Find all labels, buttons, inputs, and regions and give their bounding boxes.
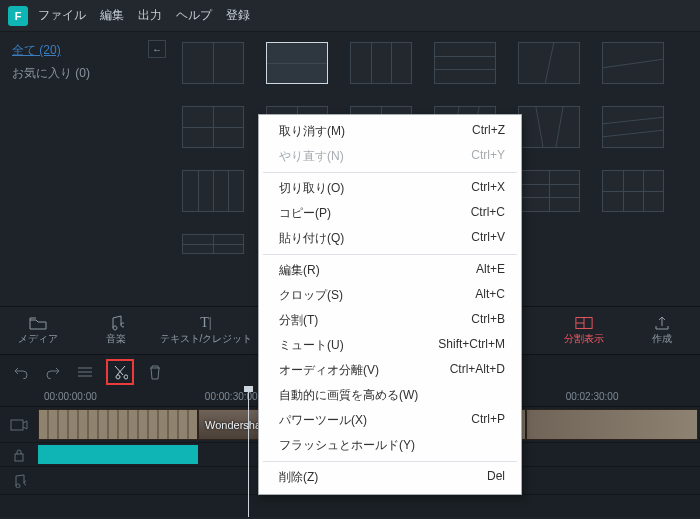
split-thumb[interactable] bbox=[518, 42, 580, 84]
split-thumb[interactable] bbox=[602, 42, 664, 84]
cm-copy[interactable]: コピー(P)Ctrl+C bbox=[259, 201, 521, 226]
cm-separator bbox=[263, 461, 517, 462]
cm-separator bbox=[263, 172, 517, 173]
cm-edit[interactable]: 編集(R)Alt+E bbox=[259, 258, 521, 283]
cm-audio-detach[interactable]: オーディオ分離(V)Ctrl+Alt+D bbox=[259, 358, 521, 383]
split-thumb[interactable] bbox=[434, 42, 496, 84]
ruler-tick: 00:00:30:00 bbox=[205, 391, 258, 402]
split-thumb[interactable] bbox=[518, 106, 580, 148]
chevron-left-icon: ← bbox=[152, 44, 162, 55]
menu-edit[interactable]: 編集 bbox=[100, 7, 124, 24]
tab-label: メディア bbox=[18, 332, 58, 346]
menu-help[interactable]: ヘルプ bbox=[176, 7, 212, 24]
cm-flash-hold[interactable]: フラッシュとホールド(Y) bbox=[259, 433, 521, 458]
split-view-icon bbox=[575, 316, 593, 330]
tab-label: テキスト/クレジット bbox=[160, 332, 253, 346]
tab-music[interactable]: 音楽 bbox=[88, 316, 144, 346]
split-thumb[interactable] bbox=[182, 106, 244, 148]
delete-trash-button[interactable] bbox=[144, 361, 166, 383]
music-icon bbox=[107, 316, 125, 330]
split-thumb[interactable] bbox=[182, 234, 244, 254]
split-thumb[interactable] bbox=[518, 170, 580, 212]
tab-label: 作成 bbox=[652, 332, 672, 346]
tab-create[interactable]: 作成 bbox=[634, 316, 690, 346]
split-thumb[interactable] bbox=[350, 42, 412, 84]
video-track-icon bbox=[0, 419, 38, 431]
cm-mute[interactable]: ミュート(U)Shift+Ctrl+M bbox=[259, 333, 521, 358]
sidebar-all-link[interactable]: 全て (20) bbox=[12, 42, 160, 59]
text-icon: T| bbox=[197, 316, 215, 330]
tab-media[interactable]: メディア bbox=[10, 316, 66, 346]
split-thumb-selected[interactable] bbox=[266, 42, 328, 84]
tab-label: 分割表示 bbox=[564, 332, 604, 346]
playhead[interactable] bbox=[248, 389, 249, 517]
undo-button[interactable] bbox=[10, 361, 32, 383]
cm-auto-enhance[interactable]: 自動的に画質を高める(W) bbox=[259, 383, 521, 408]
audio-clip[interactable] bbox=[38, 445, 198, 464]
split-thumb[interactable] bbox=[182, 170, 244, 212]
edit-context-menu: 取り消す(M)Ctrl+Z やり直す(N)Ctrl+Y 切り取り(O)Ctrl+… bbox=[258, 114, 522, 495]
cm-crop[interactable]: クロップ(S)Alt+C bbox=[259, 283, 521, 308]
cm-separator bbox=[263, 254, 517, 255]
cm-split[interactable]: 分割(T)Ctrl+B bbox=[259, 308, 521, 333]
cm-redo: やり直す(N)Ctrl+Y bbox=[259, 144, 521, 169]
cut-scissors-button[interactable] bbox=[106, 359, 134, 385]
folder-icon bbox=[29, 316, 47, 330]
tab-split-view[interactable]: 分割表示 bbox=[556, 316, 612, 346]
video-clip[interactable] bbox=[526, 409, 698, 440]
app-menu-bar: F ファイル 編集 出力 ヘルプ 登録 bbox=[0, 0, 700, 32]
tab-label: 音楽 bbox=[106, 332, 126, 346]
cm-delete[interactable]: 削除(Z)Del bbox=[259, 465, 521, 490]
ruler-tick: 00:00:00:00 bbox=[44, 391, 97, 402]
menu-list: ファイル 編集 出力 ヘルプ 登録 bbox=[38, 7, 250, 24]
cm-power-tool[interactable]: パワーツール(X)Ctrl+P bbox=[259, 408, 521, 433]
app-logo: F bbox=[8, 6, 28, 26]
export-icon bbox=[653, 316, 671, 330]
split-thumb[interactable] bbox=[602, 106, 664, 148]
video-clip[interactable] bbox=[38, 409, 198, 440]
menu-output[interactable]: 出力 bbox=[138, 7, 162, 24]
cm-cut[interactable]: 切り取り(O)Ctrl+X bbox=[259, 176, 521, 201]
cm-paste[interactable]: 貼り付け(Q)Ctrl+V bbox=[259, 226, 521, 251]
cm-undo[interactable]: 取り消す(M)Ctrl+Z bbox=[259, 119, 521, 144]
edit-list-button[interactable] bbox=[74, 361, 96, 383]
sidebar-favorites: お気に入り (0) bbox=[12, 65, 160, 82]
music-track-icon bbox=[0, 474, 38, 488]
split-thumb[interactable] bbox=[182, 42, 244, 84]
svg-rect-3 bbox=[11, 420, 23, 430]
tab-text[interactable]: T| テキスト/クレジット bbox=[166, 316, 246, 346]
layout-sidebar: 全て (20) お気に入り (0) ← bbox=[0, 32, 172, 306]
redo-button[interactable] bbox=[42, 361, 64, 383]
sidebar-collapse-button[interactable]: ← bbox=[148, 40, 166, 58]
menu-file[interactable]: ファイル bbox=[38, 7, 86, 24]
menu-register[interactable]: 登録 bbox=[226, 7, 250, 24]
split-thumb[interactable] bbox=[602, 170, 664, 212]
ruler-tick: 00:02:30:00 bbox=[566, 391, 619, 402]
svg-rect-4 bbox=[15, 454, 23, 461]
lock-icon bbox=[0, 448, 38, 462]
